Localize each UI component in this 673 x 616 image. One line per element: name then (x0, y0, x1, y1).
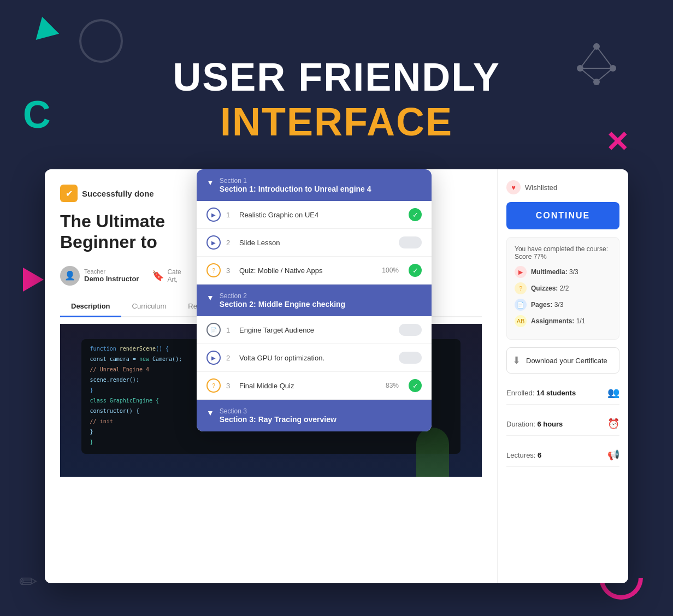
lesson-2-2[interactable]: ▶ 2 Volta GPU for optimization. (197, 344, 432, 372)
lectures-row: Lectures: 6 📢 (506, 443, 619, 467)
pages-stat: Pages: 3/3 (531, 301, 563, 309)
lesson-name-23: Final Middle Quiz (239, 382, 380, 390)
lectures-label: Lectures: (506, 451, 538, 459)
section1-title: Section 1: Introduction to Unreal engine… (220, 185, 371, 193)
enrolled-label: Enrolled: (506, 389, 536, 397)
quizzes-stat: Quizzes: 2/2 (531, 285, 569, 292)
lesson-complete-icon-3: ✓ (409, 264, 422, 277)
quiz-icon: ? (515, 282, 527, 294)
lesson-num-3: 3 (226, 266, 234, 275)
hero-title-line2: INTERFACE (0, 99, 673, 144)
heart-icon: ♥ (506, 180, 521, 194)
section1-label: Section 1 (220, 177, 371, 185)
completion-title: You have completed the course: Score 77% (515, 245, 611, 260)
stat-row-quizzes: ? Quizzes: 2/2 (515, 282, 611, 294)
lesson-num-2: 2 (226, 239, 234, 247)
lesson-1-2[interactable]: ▶ 2 Slide Lesson (197, 229, 432, 257)
duration-row: Duration: 6 hours ⏰ (506, 412, 619, 436)
lesson-complete-icon-23: ✓ (409, 379, 422, 392)
lesson-name-2: Slide Lesson (239, 239, 393, 247)
duration-value: 6 hours (537, 420, 563, 428)
lectures-info: Lectures: 6 (506, 450, 541, 460)
assignments-icon: AB (515, 315, 527, 327)
lesson-video-icon-2: ▶ (206, 235, 221, 250)
success-text: Successfully done (82, 189, 154, 198)
section3-chevron-icon: ▼ (206, 408, 214, 417)
section1-header[interactable]: ▼ Section 1 Section 1: Introduction to U… (197, 169, 432, 201)
duration-info: Duration: 6 hours (506, 419, 563, 429)
bookmark-icon: 🔖 (152, 270, 164, 282)
stat-row-assignments: AB Assignments: 1/1 (515, 315, 611, 327)
section3-title: Section 3: Ray Tracing overview (220, 415, 336, 424)
completion-box: You have completed the course: Score 77%… (506, 237, 619, 340)
lesson-name: Realistic Graphic on UE4 (239, 211, 403, 219)
lesson-toggle-22[interactable] (399, 352, 422, 364)
duration-label: Duration: (506, 420, 537, 428)
avatar: 👤 (60, 266, 80, 286)
lesson-quiz-icon: ? (206, 263, 221, 277)
lesson-score-23: 83% (386, 382, 399, 389)
multimedia-icon: ▶ (515, 266, 527, 278)
section1-chevron-icon: ▼ (206, 178, 214, 187)
curriculum-dropdown: ▼ Section 1 Section 1: Introduction to U… (197, 169, 432, 431)
section2-header[interactable]: ▼ Section 2 Section 2: Middle Engine che… (197, 285, 432, 316)
section2-chevron-icon: ▼ (206, 293, 214, 302)
lesson-2-3[interactable]: ? 3 Final Middle Quiz 83% ✓ (197, 372, 432, 400)
cert-text: Download your Certificate (526, 357, 607, 365)
enrolled-row: Enrolled: 14 students 👥 (506, 381, 619, 405)
lectures-icon: 📢 (607, 449, 619, 461)
tab-description[interactable]: Description (60, 297, 121, 317)
lesson-toggle-2[interactable] (399, 236, 422, 248)
success-icon: ✔ (60, 185, 78, 202)
wishlist-row: ♥ Wishlisted (506, 180, 619, 194)
hero-section: USER FRIENDLY INTERFACE (0, 55, 673, 144)
section2-header-text: Section 2 Section 2: Middle Engine check… (220, 292, 345, 309)
section3-header-text: Section 3 Section 3: Ray Tracing overvie… (220, 407, 336, 424)
enrolled-icon: 👥 (607, 387, 619, 399)
instructor-label: Teacher (84, 268, 139, 275)
section2-title: Section 2: Middle Engine checking (220, 300, 345, 309)
section3-header[interactable]: ▼ Section 3 Section 3: Ray Tracing overv… (197, 400, 432, 431)
section3-label: Section 3 (220, 407, 336, 415)
enrolled-info: Enrolled: 14 students (506, 388, 576, 398)
instructor-info: Teacher Demo Instructor (84, 268, 139, 283)
lesson-1-1[interactable]: ▶ 1 Realistic Graphic on UE4 ✓ (197, 201, 432, 229)
lesson-score-3: 100% (382, 266, 399, 274)
lesson-num-21: 1 (226, 326, 234, 334)
lesson-num-22: 2 (226, 354, 234, 362)
instructor-name: Demo Instructor (84, 275, 139, 283)
category-info: 🔖 CateArt, (152, 268, 181, 283)
stat-row-pages: 📄 Pages: 3/3 (515, 299, 611, 311)
lesson-page-icon: 📄 (206, 323, 221, 337)
lesson-1-3[interactable]: ? 3 Quiz: Mobile / Native Apps 100% ✓ (197, 257, 432, 285)
lesson-toggle-21[interactable] (399, 324, 422, 336)
section2-label: Section 2 (220, 292, 345, 300)
cert-button[interactable]: ⬇ Download your Certificate (506, 347, 619, 374)
assignments-stat: Assignments: 1/1 (531, 317, 585, 325)
triangle-green-decor (31, 14, 59, 40)
multimedia-stat: Multimedia: 3/3 (531, 268, 578, 276)
lesson-num: 1 (226, 211, 234, 219)
hero-title-line1: USER FRIENDLY (0, 55, 673, 99)
triangle-pink-decor (23, 268, 44, 292)
continue-button[interactable]: CONTINUE (506, 202, 619, 229)
lesson-complete-icon: ✓ (409, 208, 422, 221)
lesson-quiz-icon-23: ? (206, 378, 221, 393)
tab-curriculum[interactable]: Curriculum (121, 297, 178, 317)
lesson-video-icon: ▶ (206, 208, 221, 222)
pencil-decor: ✏ (19, 569, 38, 594)
category-text: CateArt, (167, 268, 181, 283)
lesson-video-icon-22: ▶ (206, 351, 221, 365)
lesson-num-23: 3 (226, 382, 234, 390)
download-icon: ⬇ (512, 354, 521, 366)
section1-header-text: Section 1 Section 1: Introduction to Unr… (220, 177, 371, 193)
wishlist-text: Wishlisted (525, 183, 557, 192)
lesson-name-22: Volta GPU for optimization. (239, 354, 393, 362)
right-panel: ♥ Wishlisted CONTINUE You have completed… (497, 169, 628, 583)
duration-icon: ⏰ (607, 418, 619, 430)
stat-row-multimedia: ▶ Multimedia: 3/3 (515, 266, 611, 278)
pages-icon: 📄 (515, 299, 527, 311)
lesson-2-1[interactable]: 📄 1 Engine Target Audience (197, 316, 432, 344)
lectures-value: 6 (538, 451, 541, 459)
lesson-name-21: Engine Target Audience (239, 326, 393, 334)
